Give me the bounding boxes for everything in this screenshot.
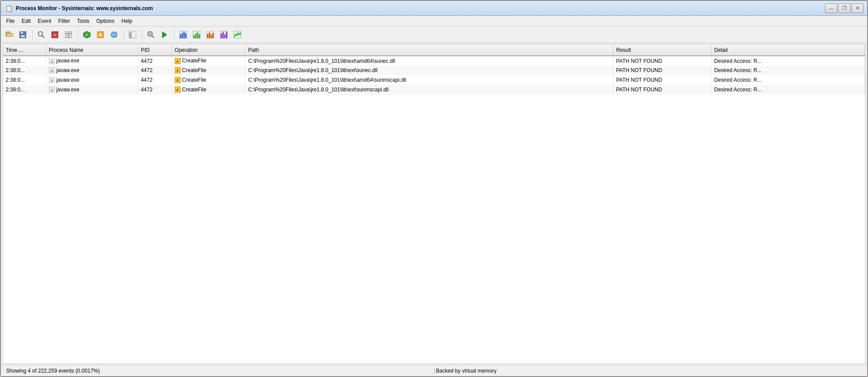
svg-rect-38 — [195, 33, 197, 38]
svg-rect-34 — [183, 32, 185, 38]
svg-marker-30 — [162, 32, 167, 38]
minimize-button[interactable]: — — [825, 4, 837, 13]
jump-to-button[interactable] — [158, 28, 171, 41]
cell-detail: Desired Access: R... — [711, 65, 864, 75]
tree-button[interactable] — [126, 28, 139, 41]
cell-pid: 4472 — [138, 56, 172, 65]
table-row[interactable]: 2:38:0...Jjavaw.exe4472FCreateFileC:\Pro… — [3, 85, 865, 94]
window-controls: — ❐ ✕ — [825, 4, 864, 13]
cell-detail: Desired Access: R... — [711, 75, 864, 85]
toolbar: H R A — [1, 26, 867, 43]
svg-text:J: J — [51, 60, 53, 64]
col-header-operation[interactable]: Operation — [172, 44, 245, 56]
svg-text:J: J — [51, 79, 53, 83]
status-events-text: Showing 4 of 222,259 events (0.0017%) — [6, 368, 100, 374]
svg-text:H: H — [54, 33, 57, 37]
cell-process: Jjavaw.exe — [46, 75, 138, 85]
cell-operation: FCreateFile — [172, 65, 245, 75]
svg-rect-48 — [222, 32, 224, 38]
svg-rect-37 — [194, 35, 195, 38]
log-button[interactable] — [231, 28, 244, 41]
status-events: Showing 4 of 222,259 events (0.0017%) — [4, 368, 434, 374]
cell-process: Jjavaw.exe — [46, 65, 138, 75]
search-online-button[interactable] — [144, 28, 158, 41]
svg-rect-39 — [197, 33, 198, 38]
open-button[interactable] — [3, 28, 16, 41]
cell-detail: Desired Access: R... — [711, 56, 864, 65]
main-window: 📋 Process Monitor - Sysinternals: www.sy… — [0, 0, 868, 377]
svg-rect-1 — [7, 32, 10, 33]
cell-pid: 4472 — [138, 75, 172, 85]
col-header-pid[interactable]: PID — [138, 44, 172, 56]
network-activity-button[interactable] — [204, 28, 217, 41]
title-bar: 📋 Process Monitor - Sysinternals: www.sy… — [1, 1, 867, 16]
svg-line-7 — [42, 36, 44, 38]
svg-rect-35 — [185, 33, 187, 38]
menu-help[interactable]: Help — [118, 17, 136, 25]
svg-rect-43 — [209, 33, 210, 38]
svg-rect-40 — [199, 34, 200, 38]
cell-operation: FCreateFile — [172, 56, 245, 65]
status-memory-text: Backed by virtual memory — [436, 368, 497, 374]
network-button[interactable] — [108, 28, 121, 41]
cell-time: 2:38:0... — [3, 75, 46, 85]
svg-rect-4 — [21, 32, 23, 34]
find-button[interactable] — [35, 28, 48, 41]
cell-result: PATH NOT FOUND — [613, 85, 711, 94]
process-activity-button[interactable] — [176, 28, 190, 41]
table-row[interactable]: 2:38:0...Jjavaw.exe4472FCreateFileC:\Pro… — [3, 75, 865, 85]
file-activity-button[interactable] — [190, 28, 203, 41]
cell-time: 2:38:0... — [3, 85, 46, 94]
separator-5 — [173, 29, 174, 40]
separator-4 — [141, 29, 142, 40]
font-button[interactable]: A — [94, 28, 107, 41]
cell-process: Jjavaw.exe — [46, 56, 138, 65]
registry-button[interactable]: R — [80, 28, 93, 41]
cell-path: C:\Program%20Files\Java\jre1.8.0_101\lib… — [245, 56, 613, 65]
status-memory: Backed by virtual memory — [434, 368, 864, 374]
save-button[interactable] — [16, 28, 29, 41]
highlight-button[interactable]: H — [48, 28, 61, 41]
cell-time: 2:38:0... — [3, 65, 46, 75]
svg-text:F: F — [176, 79, 179, 83]
col-header-time[interactable]: Time ... — [3, 44, 46, 56]
profile-button[interactable] — [217, 28, 230, 41]
table-row[interactable]: 2:38:0...Jjavaw.exe4472FCreateFileC:\Pro… — [3, 56, 865, 65]
svg-rect-50 — [226, 32, 227, 38]
restore-button[interactable]: ❐ — [838, 4, 850, 13]
svg-rect-42 — [207, 34, 208, 38]
menu-file[interactable]: File — [3, 17, 18, 25]
svg-text:F: F — [176, 88, 179, 92]
svg-rect-2 — [7, 33, 13, 36]
menu-options[interactable]: Options — [93, 17, 118, 25]
svg-text:R: R — [86, 33, 88, 37]
cell-pid: 4472 — [138, 85, 172, 94]
table-row[interactable]: 2:38:0...Jjavaw.exe4472FCreateFileC:\Pro… — [3, 65, 865, 75]
cell-process: Jjavaw.exe — [46, 85, 138, 94]
cell-path: C:\Program%20Files\Java\jre1.8.0_101\lib… — [245, 75, 613, 85]
col-header-detail[interactable]: Detail — [711, 44, 864, 56]
svg-rect-45 — [212, 33, 214, 38]
svg-point-6 — [38, 32, 43, 36]
cell-operation: FCreateFile — [172, 75, 245, 85]
svg-rect-47 — [221, 33, 222, 38]
cell-operation: FCreateFile — [172, 85, 245, 94]
col-header-path[interactable]: Path — [245, 44, 613, 56]
svg-rect-33 — [182, 33, 183, 38]
svg-rect-49 — [224, 34, 226, 38]
cell-pid: 4472 — [138, 65, 172, 75]
menu-edit[interactable]: Edit — [18, 17, 34, 25]
events-table: Time ... Process Name PID Operation Path… — [3, 44, 865, 94]
close-button[interactable]: ✕ — [851, 4, 864, 13]
menu-event[interactable]: Event — [34, 17, 55, 25]
menu-tools[interactable]: Tools — [73, 17, 93, 25]
menu-filter[interactable]: Filter — [55, 17, 74, 25]
svg-rect-44 — [211, 35, 212, 38]
col-header-result[interactable]: Result — [613, 44, 711, 56]
svg-rect-32 — [180, 34, 181, 38]
filter-edit-button[interactable] — [62, 28, 75, 41]
cell-result: PATH NOT FOUND — [613, 75, 711, 85]
col-header-process[interactable]: Process Name — [46, 44, 138, 56]
separator-2 — [77, 29, 78, 40]
svg-text:J: J — [51, 69, 53, 73]
